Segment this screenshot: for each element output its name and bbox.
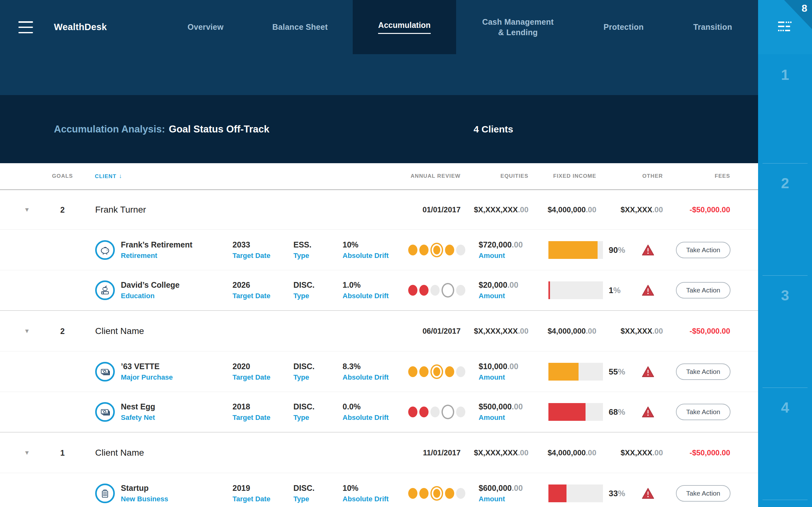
goal-status-dot-gray: [456, 366, 465, 377]
goal-status-dots: [408, 243, 465, 257]
goal-status-dot-red: [419, 285, 428, 296]
briefcase-icon: [95, 484, 115, 503]
hamburger-menu-icon[interactable]: [18, 21, 33, 33]
goal-category: Safety Net: [121, 413, 155, 422]
target-year: 2026: [233, 280, 270, 290]
annual-review-value: 01/01/2017: [422, 205, 461, 214]
goal-amount: $720,000.00: [478, 240, 523, 249]
funding-progress-bar: [548, 281, 603, 299]
goal-status-dot-orange: [445, 488, 454, 499]
goal-status-dot-gray: [430, 285, 440, 296]
goal-status-dot-red: [408, 285, 417, 296]
goal-type: DISC.: [293, 484, 315, 493]
brand-logo: WealthDesk: [54, 0, 107, 54]
sidebar-page-number-1[interactable]: 1: [758, 66, 812, 83]
client-row: ▼ 2 Client Name 06/01/2017 $X,XXX,XXX.00…: [0, 311, 758, 351]
equities-value: $X,XXX,XXX.00: [474, 327, 528, 336]
take-action-button[interactable]: Take Action: [676, 282, 730, 298]
col-header-other: OTHER: [642, 173, 663, 179]
equities-value: $X,XXX,XXX.00: [474, 205, 528, 214]
goals-count: 1: [48, 448, 78, 457]
analysis-banner: Accumulation Analysis: Goal Status Off-T…: [0, 95, 758, 163]
list-filter-icon[interactable]: [778, 21, 792, 34]
expand-collapse-icon[interactable]: ▼: [22, 206, 32, 213]
goal-row: ’63 VETTEMajor Purchase 2020Target Date …: [0, 351, 758, 392]
sidebar-divider: [763, 500, 808, 500]
warning-icon: [641, 406, 655, 418]
warning-icon: [641, 487, 655, 499]
banner-title: Accumulation Analysis: Goal Status Off-T…: [54, 95, 269, 163]
goal-row: David’s CollegeEducation 2026Target Date…: [0, 270, 758, 311]
goal-status-dot-gray-ring: [442, 283, 454, 297]
goal-status-dots: [408, 486, 465, 501]
absolute-drift: 0.0%: [343, 402, 389, 411]
other-value: $XX,XXX.00: [621, 205, 663, 214]
annual-review-value: 11/01/2017: [423, 448, 461, 457]
tab-transition[interactable]: Transition: [693, 0, 732, 54]
client-row: ▼ 2 Frank Turner 01/01/2017 $X,XXX,XXX.0…: [0, 190, 758, 230]
goal-status-dot-gray: [456, 285, 465, 296]
sidebar-page-number-2[interactable]: 2: [758, 175, 812, 192]
sidebar-divider: [763, 275, 808, 276]
goal-status-dots: [408, 405, 465, 419]
table-header-row: GOALS CLIENT↓ ANNUAL REVIEW EQUITIES FIX…: [0, 163, 758, 190]
equities-value: $X,XXX,XXX.00: [474, 448, 528, 457]
goal-amount: $20,000.00: [478, 280, 518, 290]
notification-badge[interactable]: 8: [802, 3, 807, 14]
sidebar-page-number-3[interactable]: 3: [758, 287, 812, 304]
take-action-button[interactable]: Take Action: [676, 242, 730, 258]
take-action-button[interactable]: Take Action: [676, 404, 730, 420]
goal-status-dot-orange: [408, 245, 417, 256]
tab-overview[interactable]: Overview: [188, 0, 223, 54]
goal-status-dot-orange-ring: [430, 486, 443, 501]
take-action-button[interactable]: Take Action: [676, 363, 730, 380]
goal-status-dots: [408, 283, 465, 297]
expand-collapse-icon[interactable]: ▼: [22, 328, 32, 335]
funding-progress-bar: [548, 363, 603, 381]
tab-balance-sheet[interactable]: Balance Sheet: [272, 0, 328, 54]
goal-status-dot-red: [419, 406, 428, 417]
tab-cash-management[interactable]: Cash Management & Lending: [482, 0, 554, 54]
goal-row: StartupNew Business 2019Target Date DISC…: [0, 473, 758, 507]
goal-type: DISC.: [293, 280, 315, 290]
other-value: $XX,XXX.00: [621, 327, 663, 336]
target-year: 2018: [233, 402, 270, 411]
goal-category: New Business: [121, 495, 168, 503]
goal-category: Education: [121, 292, 180, 300]
goal-row: Nest EggSafety Net 2018Target Date DISC.…: [0, 392, 758, 433]
take-action-button[interactable]: Take Action: [676, 485, 730, 502]
client-name: Frank Turner: [95, 205, 146, 215]
absolute-drift: 8.3%: [343, 362, 389, 371]
wealthdesk-app: WealthDesk Overview Balance Sheet Accumu…: [0, 0, 812, 507]
col-header-client[interactable]: CLIENT↓: [95, 173, 122, 180]
col-header-equities: EQUITIES: [501, 173, 528, 179]
goal-name: Nest Egg: [121, 402, 155, 411]
funding-percent: 90%: [609, 245, 625, 255]
goals-count: 2: [48, 205, 78, 215]
goal-status-dot-orange: [419, 245, 428, 256]
goal-status-dot-orange: [445, 366, 454, 377]
cash-icon: [95, 362, 115, 382]
goal-status-dot-orange: [419, 366, 428, 377]
expand-collapse-icon[interactable]: ▼: [22, 449, 32, 456]
goals-count: 2: [48, 326, 78, 336]
goal-status-dot-gray-ring: [442, 405, 454, 419]
funding-percent: 33%: [609, 488, 625, 498]
goal-amount: $10,000.00: [478, 362, 518, 371]
top-nav: WealthDesk Overview Balance Sheet Accumu…: [0, 0, 758, 54]
fixed-income-value: $4,000,000.00: [548, 205, 597, 214]
goal-status-dot-orange: [419, 488, 428, 499]
sidebar-page-number-4[interactable]: 4: [758, 399, 812, 416]
tab-protection[interactable]: Protection: [604, 0, 644, 54]
funding-percent: 55%: [609, 367, 625, 377]
funding-percent: 68%: [609, 407, 625, 417]
goal-name: ’63 VETTE: [121, 362, 173, 371]
client-row: ▼ 1 Client Name 11/01/2017 $X,XXX,XXX.00…: [0, 433, 758, 473]
absolute-drift: 10%: [343, 484, 389, 493]
goal-status-dot-gray: [456, 488, 465, 499]
funding-progress-bar: [548, 403, 603, 421]
warning-icon: [641, 244, 655, 256]
goal-category: Retirement: [121, 251, 193, 260]
tab-accumulation[interactable]: Accumulation: [353, 0, 456, 54]
fixed-income-value: $4,000,000.00: [548, 448, 597, 457]
